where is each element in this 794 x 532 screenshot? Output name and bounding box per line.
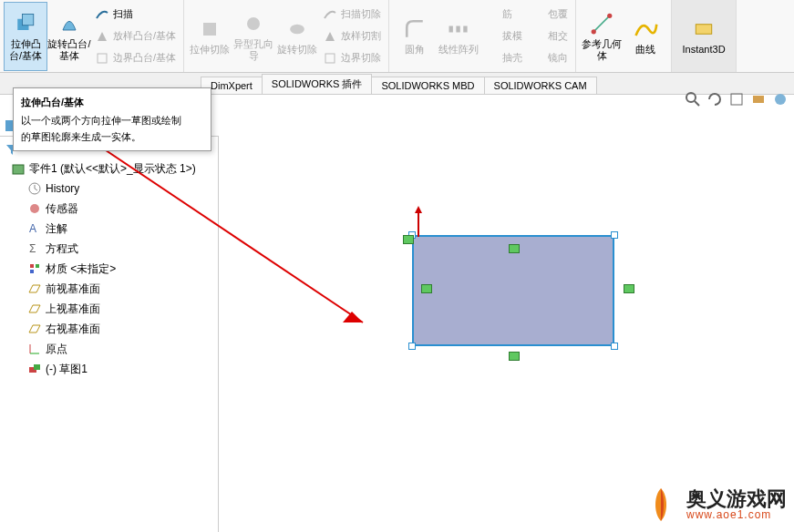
tab-mbd[interactable]: SOLIDWORKS MBD <box>371 77 484 94</box>
tree-sketch1[interactable]: (-) 草图1 <box>5 359 212 379</box>
svg-marker-35 <box>415 206 422 213</box>
intersect-button[interactable]: 相交 <box>530 26 568 46</box>
plane-icon <box>27 281 42 296</box>
rib-button[interactable]: 筋 <box>484 5 522 25</box>
sweep-button[interactable]: 扫描 <box>95 5 176 25</box>
instant3d-button[interactable]: Instant3D <box>675 2 732 71</box>
tooltip-line1: 以一个或两个方向拉伸一草图或绘制 <box>21 112 203 128</box>
tree-material[interactable]: 材质 <未指定> <box>5 259 212 279</box>
curves-label: 曲线 <box>635 44 655 56</box>
tree-front-plane[interactable]: 前视基准面 <box>5 279 212 299</box>
instant3d-label: Instant3D <box>683 44 726 56</box>
tree-right-plane[interactable]: 右视基准面 <box>5 319 212 339</box>
boundary-icon <box>95 51 109 66</box>
extrude-cut-button[interactable]: 拉伸切除 <box>188 2 232 71</box>
watermark-title: 奥义游戏网 <box>686 489 787 509</box>
mirror-button[interactable]: 镜向 <box>530 48 568 68</box>
feature-tree: 零件1 (默认<<默认>_显示状态 1>) History 传感器 A 注解 Σ… <box>0 137 219 532</box>
tab-cam[interactable]: SOLIDWORKS CAM <box>484 77 597 94</box>
ref-geometry-label: 参考几何体 <box>580 38 624 62</box>
tree-front-plane-label: 前视基准面 <box>46 281 100 297</box>
svg-rect-7 <box>449 26 453 33</box>
wrap-stack: 包覆 相交 镜向 <box>526 3 572 70</box>
draft-button[interactable]: 拔模 <box>484 26 522 46</box>
curves-button[interactable]: 曲线 <box>624 2 667 71</box>
svg-rect-9 <box>463 26 467 33</box>
draft-label: 拔模 <box>502 29 522 43</box>
svg-text:A: A <box>29 222 36 235</box>
zoom-icon[interactable] <box>685 91 701 107</box>
rib-label: 筋 <box>502 7 512 21</box>
plane-icon <box>27 322 42 336</box>
svg-rect-1 <box>23 14 34 25</box>
handle-br[interactable] <box>611 343 618 350</box>
mirror-label: 镜向 <box>548 51 568 65</box>
boundary-button[interactable]: 边界凸台/基体 <box>95 48 176 68</box>
tree-origin[interactable]: 原点 <box>5 339 212 359</box>
wrap-button[interactable]: 包覆 <box>530 5 568 25</box>
ribbon-group-ref: 参考几何体 曲线 <box>576 0 672 72</box>
sweep-cut-button[interactable]: 扫描切除 <box>323 5 381 25</box>
tree-history[interactable]: History <box>5 179 212 199</box>
relation-bottom[interactable] <box>509 352 520 361</box>
sketch-icon <box>27 362 42 376</box>
linear-pattern-button[interactable]: 线性阵列 <box>437 2 480 71</box>
equations-icon: Σ <box>27 241 42 256</box>
tree-top-plane[interactable]: 上视基准面 <box>5 299 212 319</box>
handle-tr[interactable] <box>611 231 618 239</box>
wrap-label: 包覆 <box>548 7 568 21</box>
y-axis-arrow <box>413 206 424 237</box>
fillet-button[interactable]: 圆角 <box>393 2 437 71</box>
revolve-boss-button[interactable]: 旋转凸台/基体 <box>47 2 91 71</box>
svg-point-18 <box>775 94 786 105</box>
mirror-icon <box>530 51 544 66</box>
ribbon-group-instant3d: Instant3D <box>672 0 737 72</box>
svg-point-5 <box>290 25 304 35</box>
relation-left[interactable] <box>421 284 432 293</box>
extrude-cut-label: 拉伸切除 <box>190 44 230 56</box>
svg-point-14 <box>686 93 696 102</box>
svg-rect-3 <box>203 23 216 36</box>
tree-equations[interactable]: Σ 方程式 <box>5 239 212 259</box>
svg-rect-13 <box>696 25 712 35</box>
extrude-boss-button[interactable]: 拉伸凸台/基体 <box>4 2 47 71</box>
extrude-label: 拉伸凸台/基体 <box>5 38 46 62</box>
tree-root[interactable]: 零件1 (默认<<默认>_显示状态 1>) <box>5 159 212 179</box>
svg-rect-20 <box>13 165 24 174</box>
tree-annotations[interactable]: A 注解 <box>5 219 212 239</box>
hole-wizard-button[interactable]: 异型孔向导 <box>232 2 275 71</box>
tab-addins[interactable]: SOLIDWORKS 插件 <box>262 74 373 94</box>
section-view-icon[interactable] <box>750 91 767 107</box>
svg-point-11 <box>592 29 596 34</box>
boundary-cut-button[interactable]: 边界切除 <box>323 48 381 68</box>
tooltip-title: 拉伸凸台/基体 <box>21 94 203 110</box>
svg-rect-27 <box>30 270 34 273</box>
relation-top[interactable] <box>509 244 520 253</box>
loft-cut-button[interactable]: 放样切割 <box>323 26 381 46</box>
shell-button[interactable]: 抽壳 <box>484 48 522 68</box>
sweep-label: 扫描 <box>113 7 133 21</box>
appearance-icon[interactable] <box>772 91 789 107</box>
handle-bl[interactable] <box>408 343 416 350</box>
shell-label: 抽壳 <box>502 51 522 65</box>
fillet-label: 圆角 <box>405 44 425 56</box>
ref-geometry-button[interactable]: 参考几何体 <box>580 2 624 71</box>
watermark-logo-icon <box>641 485 681 525</box>
view-toolbar <box>685 91 789 107</box>
tree-sensors[interactable]: 传感器 <box>5 199 212 219</box>
tree-sensors-label: 传感器 <box>46 201 78 217</box>
sweep-loft-stack: 扫描 放样凸台/基体 边界凸台/基体 <box>91 3 180 70</box>
main-area: 零件1 (默认<<默认>_显示状态 1>) History 传感器 A 注解 Σ… <box>0 137 794 532</box>
revolve-icon <box>57 11 82 36</box>
rib-stack: 筋 拔模 抽壳 <box>480 3 526 70</box>
relation-right[interactable] <box>624 284 634 293</box>
rotate-view-icon[interactable] <box>706 91 723 107</box>
tree-root-label: 零件1 (默认<<默认>_显示状态 1>) <box>29 161 196 177</box>
revolve-cut-button[interactable]: 旋转切除 <box>275 2 319 71</box>
display-style-icon[interactable] <box>728 91 745 107</box>
tree-top-plane-label: 上视基准面 <box>46 302 100 317</box>
extrude-tooltip: 拉伸凸台/基体 以一个或两个方向拉伸一草图或绘制 的草图轮廓来生成一实体。 <box>13 87 211 151</box>
tree-sketch1-label: (-) 草图1 <box>46 362 88 377</box>
loft-button[interactable]: 放样凸台/基体 <box>95 26 176 46</box>
svg-rect-16 <box>731 94 742 105</box>
